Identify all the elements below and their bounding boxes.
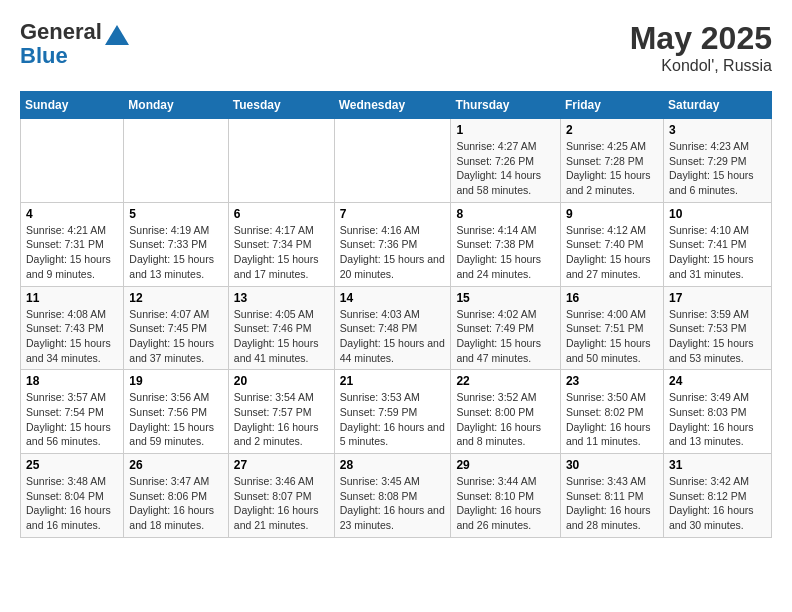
- calendar-cell: 28Sunrise: 3:45 AM Sunset: 8:08 PM Dayli…: [334, 454, 451, 538]
- calendar-cell: 11Sunrise: 4:08 AM Sunset: 7:43 PM Dayli…: [21, 286, 124, 370]
- day-number: 19: [129, 374, 222, 388]
- day-number: 29: [456, 458, 555, 472]
- calendar-cell: 23Sunrise: 3:50 AM Sunset: 8:02 PM Dayli…: [560, 370, 663, 454]
- logo: General Blue: [20, 20, 129, 68]
- day-info: Sunrise: 3:59 AM Sunset: 7:53 PM Dayligh…: [669, 307, 766, 366]
- calendar-week-row: 18Sunrise: 3:57 AM Sunset: 7:54 PM Dayli…: [21, 370, 772, 454]
- weekday-header-sunday: Sunday: [21, 92, 124, 119]
- calendar-cell: 27Sunrise: 3:46 AM Sunset: 8:07 PM Dayli…: [228, 454, 334, 538]
- day-info: Sunrise: 3:53 AM Sunset: 7:59 PM Dayligh…: [340, 390, 446, 449]
- day-info: Sunrise: 4:19 AM Sunset: 7:33 PM Dayligh…: [129, 223, 222, 282]
- calendar-cell: [124, 119, 228, 203]
- day-info: Sunrise: 4:05 AM Sunset: 7:46 PM Dayligh…: [234, 307, 329, 366]
- day-info: Sunrise: 4:14 AM Sunset: 7:38 PM Dayligh…: [456, 223, 555, 282]
- day-info: Sunrise: 3:57 AM Sunset: 7:54 PM Dayligh…: [26, 390, 118, 449]
- calendar-table: SundayMondayTuesdayWednesdayThursdayFrid…: [20, 91, 772, 538]
- logo-icon: [105, 25, 129, 55]
- day-number: 20: [234, 374, 329, 388]
- calendar-cell: 10Sunrise: 4:10 AM Sunset: 7:41 PM Dayli…: [663, 202, 771, 286]
- calendar-cell: 20Sunrise: 3:54 AM Sunset: 7:57 PM Dayli…: [228, 370, 334, 454]
- calendar-cell: [334, 119, 451, 203]
- day-number: 24: [669, 374, 766, 388]
- weekday-header-monday: Monday: [124, 92, 228, 119]
- day-number: 21: [340, 374, 446, 388]
- day-number: 4: [26, 207, 118, 221]
- calendar-cell: [21, 119, 124, 203]
- day-number: 1: [456, 123, 555, 137]
- day-info: Sunrise: 3:42 AM Sunset: 8:12 PM Dayligh…: [669, 474, 766, 533]
- day-number: 31: [669, 458, 766, 472]
- day-number: 6: [234, 207, 329, 221]
- svg-marker-0: [105, 25, 129, 45]
- day-number: 12: [129, 291, 222, 305]
- calendar-cell: 18Sunrise: 3:57 AM Sunset: 7:54 PM Dayli…: [21, 370, 124, 454]
- calendar-week-row: 4Sunrise: 4:21 AM Sunset: 7:31 PM Daylig…: [21, 202, 772, 286]
- day-number: 23: [566, 374, 658, 388]
- calendar-cell: 21Sunrise: 3:53 AM Sunset: 7:59 PM Dayli…: [334, 370, 451, 454]
- calendar-cell: 25Sunrise: 3:48 AM Sunset: 8:04 PM Dayli…: [21, 454, 124, 538]
- title-block: May 2025 Kondol', Russia: [630, 20, 772, 75]
- calendar-cell: 1Sunrise: 4:27 AM Sunset: 7:26 PM Daylig…: [451, 119, 561, 203]
- day-number: 14: [340, 291, 446, 305]
- day-number: 7: [340, 207, 446, 221]
- calendar-cell: 5Sunrise: 4:19 AM Sunset: 7:33 PM Daylig…: [124, 202, 228, 286]
- weekday-header-thursday: Thursday: [451, 92, 561, 119]
- day-number: 16: [566, 291, 658, 305]
- calendar-title: May 2025: [630, 20, 772, 57]
- calendar-cell: 9Sunrise: 4:12 AM Sunset: 7:40 PM Daylig…: [560, 202, 663, 286]
- calendar-cell: 31Sunrise: 3:42 AM Sunset: 8:12 PM Dayli…: [663, 454, 771, 538]
- calendar-cell: 8Sunrise: 4:14 AM Sunset: 7:38 PM Daylig…: [451, 202, 561, 286]
- day-number: 11: [26, 291, 118, 305]
- day-info: Sunrise: 4:08 AM Sunset: 7:43 PM Dayligh…: [26, 307, 118, 366]
- calendar-cell: 30Sunrise: 3:43 AM Sunset: 8:11 PM Dayli…: [560, 454, 663, 538]
- day-info: Sunrise: 3:54 AM Sunset: 7:57 PM Dayligh…: [234, 390, 329, 449]
- logo-general: General: [20, 19, 102, 44]
- weekday-header-saturday: Saturday: [663, 92, 771, 119]
- page-header: General Blue May 2025 Kondol', Russia: [20, 20, 772, 75]
- day-info: Sunrise: 3:48 AM Sunset: 8:04 PM Dayligh…: [26, 474, 118, 533]
- day-info: Sunrise: 4:03 AM Sunset: 7:48 PM Dayligh…: [340, 307, 446, 366]
- day-number: 8: [456, 207, 555, 221]
- day-info: Sunrise: 4:23 AM Sunset: 7:29 PM Dayligh…: [669, 139, 766, 198]
- day-info: Sunrise: 4:27 AM Sunset: 7:26 PM Dayligh…: [456, 139, 555, 198]
- day-info: Sunrise: 3:45 AM Sunset: 8:08 PM Dayligh…: [340, 474, 446, 533]
- calendar-cell: 3Sunrise: 4:23 AM Sunset: 7:29 PM Daylig…: [663, 119, 771, 203]
- day-info: Sunrise: 3:50 AM Sunset: 8:02 PM Dayligh…: [566, 390, 658, 449]
- day-info: Sunrise: 3:43 AM Sunset: 8:11 PM Dayligh…: [566, 474, 658, 533]
- weekday-header-wednesday: Wednesday: [334, 92, 451, 119]
- calendar-week-row: 11Sunrise: 4:08 AM Sunset: 7:43 PM Dayli…: [21, 286, 772, 370]
- logo-blue: Blue: [20, 43, 68, 68]
- calendar-cell: 17Sunrise: 3:59 AM Sunset: 7:53 PM Dayli…: [663, 286, 771, 370]
- day-info: Sunrise: 4:10 AM Sunset: 7:41 PM Dayligh…: [669, 223, 766, 282]
- day-info: Sunrise: 3:44 AM Sunset: 8:10 PM Dayligh…: [456, 474, 555, 533]
- calendar-cell: 2Sunrise: 4:25 AM Sunset: 7:28 PM Daylig…: [560, 119, 663, 203]
- calendar-cell: 24Sunrise: 3:49 AM Sunset: 8:03 PM Dayli…: [663, 370, 771, 454]
- day-info: Sunrise: 4:02 AM Sunset: 7:49 PM Dayligh…: [456, 307, 555, 366]
- weekday-header-tuesday: Tuesday: [228, 92, 334, 119]
- day-info: Sunrise: 3:49 AM Sunset: 8:03 PM Dayligh…: [669, 390, 766, 449]
- calendar-cell: 16Sunrise: 4:00 AM Sunset: 7:51 PM Dayli…: [560, 286, 663, 370]
- calendar-cell: 19Sunrise: 3:56 AM Sunset: 7:56 PM Dayli…: [124, 370, 228, 454]
- day-info: Sunrise: 4:12 AM Sunset: 7:40 PM Dayligh…: [566, 223, 658, 282]
- day-number: 28: [340, 458, 446, 472]
- day-number: 13: [234, 291, 329, 305]
- calendar-subtitle: Kondol', Russia: [630, 57, 772, 75]
- day-number: 5: [129, 207, 222, 221]
- calendar-cell: 29Sunrise: 3:44 AM Sunset: 8:10 PM Dayli…: [451, 454, 561, 538]
- day-info: Sunrise: 3:56 AM Sunset: 7:56 PM Dayligh…: [129, 390, 222, 449]
- day-number: 2: [566, 123, 658, 137]
- day-number: 25: [26, 458, 118, 472]
- calendar-cell: 13Sunrise: 4:05 AM Sunset: 7:46 PM Dayli…: [228, 286, 334, 370]
- day-info: Sunrise: 3:52 AM Sunset: 8:00 PM Dayligh…: [456, 390, 555, 449]
- day-number: 3: [669, 123, 766, 137]
- day-info: Sunrise: 3:47 AM Sunset: 8:06 PM Dayligh…: [129, 474, 222, 533]
- day-number: 22: [456, 374, 555, 388]
- weekday-header-row: SundayMondayTuesdayWednesdayThursdayFrid…: [21, 92, 772, 119]
- day-info: Sunrise: 3:46 AM Sunset: 8:07 PM Dayligh…: [234, 474, 329, 533]
- calendar-cell: 26Sunrise: 3:47 AM Sunset: 8:06 PM Dayli…: [124, 454, 228, 538]
- calendar-cell: 12Sunrise: 4:07 AM Sunset: 7:45 PM Dayli…: [124, 286, 228, 370]
- day-info: Sunrise: 4:07 AM Sunset: 7:45 PM Dayligh…: [129, 307, 222, 366]
- day-number: 30: [566, 458, 658, 472]
- day-info: Sunrise: 4:00 AM Sunset: 7:51 PM Dayligh…: [566, 307, 658, 366]
- calendar-cell: [228, 119, 334, 203]
